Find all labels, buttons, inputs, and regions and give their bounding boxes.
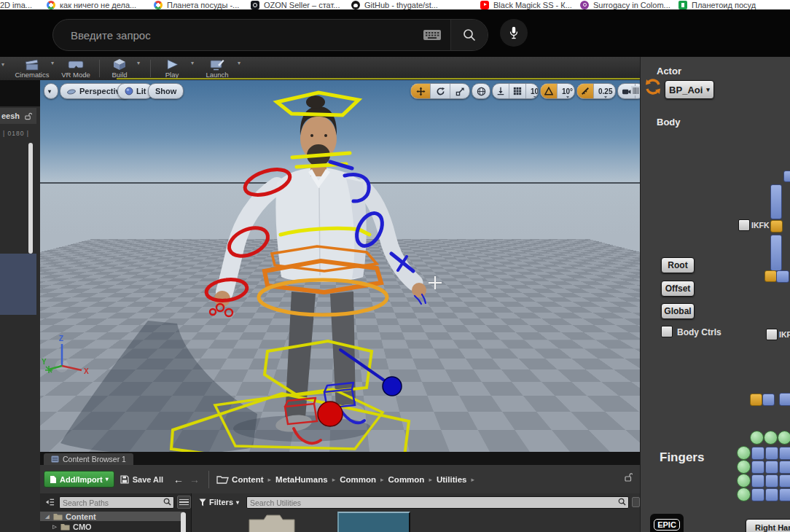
left-panel-selected-rows[interactable] bbox=[0, 254, 36, 315]
toolbar-build-button[interactable]: Build ▾ bbox=[96, 58, 143, 79]
search-assets-input[interactable] bbox=[246, 496, 629, 509]
finger-ctrl-circle[interactable] bbox=[750, 431, 764, 445]
body-picker-arm-ctrl[interactable] bbox=[770, 184, 782, 219]
grid-snap-value[interactable]: 10 bbox=[526, 84, 539, 98]
finger-ctrl-cell[interactable] bbox=[779, 447, 790, 460]
bookmark-item[interactable]: Планетоид посуд bbox=[678, 0, 756, 9]
body-picker-ctrl[interactable] bbox=[783, 171, 790, 182]
scale-tool-button[interactable] bbox=[450, 84, 469, 98]
search-submit-button[interactable] bbox=[450, 20, 488, 50]
finger-ctrl-circle[interactable] bbox=[737, 460, 751, 474]
rotation-snap-toggle[interactable] bbox=[541, 84, 558, 98]
search-field[interactable] bbox=[52, 19, 488, 51]
ue-3d-viewport[interactable]: Z X Y bbox=[40, 80, 640, 452]
finger-ctrl-cell[interactable] bbox=[751, 474, 764, 488]
finger-ctrl-cell[interactable] bbox=[779, 488, 790, 501]
bookmark-item[interactable]: 2D ima... bbox=[0, 0, 32, 9]
finger-ctrl-circle[interactable] bbox=[764, 431, 778, 445]
bookmark-item[interactable]: Планета посуды -... bbox=[154, 0, 239, 9]
tree-expanded-icon[interactable]: ◢ bbox=[44, 514, 50, 520]
caret-down-icon[interactable]: ▾ bbox=[137, 60, 140, 66]
tree-collapsed-icon[interactable]: ▷ bbox=[52, 524, 58, 530]
bookmark-item[interactable]: как ничего не дела... bbox=[47, 0, 136, 9]
lock-icon[interactable] bbox=[624, 472, 633, 482]
surface-snap-button[interactable] bbox=[493, 84, 509, 98]
grid-snap-toggle[interactable] bbox=[509, 84, 526, 98]
viewport-options-button[interactable]: ▾ bbox=[44, 83, 58, 99]
keyboard-icon[interactable] bbox=[423, 28, 442, 42]
left-panel-tab[interactable]: eesh bbox=[0, 108, 36, 124]
sources-toggle-icon[interactable] bbox=[45, 498, 55, 506]
breadcrumb-item[interactable]: Common bbox=[340, 475, 376, 484]
toolbar-cinematics-button[interactable]: Cinematics ▾ bbox=[9, 58, 55, 79]
body-picker-arm-ctrl[interactable] bbox=[770, 235, 782, 271]
back-button[interactable]: ← bbox=[173, 474, 184, 485]
body-picker-foot-ctrl[interactable] bbox=[750, 394, 762, 406]
tree-item-cmo[interactable]: ▷ CMO bbox=[40, 522, 192, 531]
caret-down-icon[interactable]: ▾ bbox=[238, 60, 240, 66]
toolbar-play-button[interactable]: Play ▾ bbox=[149, 58, 195, 79]
asset-folder-icon[interactable] bbox=[248, 514, 296, 532]
offset-button[interactable]: Offset bbox=[661, 281, 695, 297]
global-button[interactable]: Global bbox=[661, 303, 695, 319]
refresh-actor-icon[interactable] bbox=[644, 77, 662, 96]
finger-ctrl-circle[interactable] bbox=[778, 431, 790, 445]
asset-thumbnail[interactable] bbox=[337, 512, 410, 532]
search-paths-input[interactable] bbox=[59, 496, 174, 509]
finger-ctrl-cell[interactable] bbox=[751, 461, 764, 474]
ikfk-arm-checkbox[interactable] bbox=[738, 219, 750, 231]
bookmark-item[interactable]: OZON Seller – стат... bbox=[251, 0, 340, 9]
add-import-button[interactable]: Add/Import ▾ bbox=[44, 471, 114, 488]
finger-ctrl-cell[interactable] bbox=[765, 488, 778, 501]
finger-ctrl-cell[interactable] bbox=[765, 461, 778, 474]
forward-button[interactable]: → bbox=[189, 474, 200, 485]
finger-ctrl-cell[interactable] bbox=[765, 474, 778, 488]
finger-ctrl-cell[interactable] bbox=[765, 447, 778, 460]
finger-ctrl-cell[interactable] bbox=[751, 447, 764, 460]
viewport-3d-scene[interactable]: Z X Y bbox=[40, 80, 640, 452]
finger-ctrl-circle[interactable] bbox=[737, 474, 751, 488]
actor-select-dropdown[interactable]: BP_Aoi ▾ bbox=[665, 80, 714, 99]
right-hand-button[interactable]: Right Han bbox=[746, 519, 790, 532]
body-picker-foot-ctrl[interactable] bbox=[779, 393, 790, 406]
body-picker-foot-ctrl[interactable] bbox=[762, 394, 775, 406]
scale-snap-value[interactable]: 0.25 bbox=[594, 84, 616, 98]
breadcrumb-item[interactable]: Utilities bbox=[437, 475, 467, 484]
finger-ctrl-circle[interactable] bbox=[737, 488, 751, 501]
ikfk-leg-checkbox[interactable] bbox=[766, 329, 778, 340]
filters-button[interactable]: Filters ▾ bbox=[199, 498, 239, 506]
finger-ctrl-cell[interactable] bbox=[779, 461, 790, 474]
toolbar-launch-button[interactable]: Launch ▾ bbox=[194, 58, 240, 79]
bookmark-item[interactable]: Surrogacy in Colom... bbox=[580, 0, 670, 9]
world-space-button[interactable] bbox=[472, 84, 490, 98]
move-tool-button[interactable] bbox=[411, 84, 431, 98]
body-ctrls-checkbox[interactable] bbox=[661, 326, 673, 337]
tree-item-content[interactable]: ◢ Content bbox=[40, 512, 184, 521]
voice-search-button[interactable] bbox=[500, 19, 528, 47]
viewport-show-button[interactable]: Show bbox=[148, 83, 184, 99]
toolbar-vr-mode-button[interactable]: VR Mode bbox=[52, 58, 99, 79]
finger-ctrl-circle[interactable] bbox=[737, 446, 751, 460]
breadcrumb-item[interactable]: Common bbox=[388, 475, 425, 484]
finger-ctrl-cell[interactable] bbox=[779, 474, 790, 488]
body-picker-hand-ctrl[interactable] bbox=[764, 270, 777, 282]
scale-snap-toggle[interactable] bbox=[577, 84, 594, 98]
save-search-icon[interactable] bbox=[632, 497, 640, 507]
breadcrumb-item[interactable]: Content bbox=[232, 475, 263, 484]
breadcrumb-item[interactable]: MetaHumans bbox=[275, 475, 328, 484]
body-picker-elbow-ctrl[interactable] bbox=[770, 220, 783, 232]
caret-down-icon[interactable]: ▾ bbox=[1, 61, 4, 68]
finger-ctrl-cell[interactable] bbox=[751, 488, 764, 501]
content-browser-tab[interactable]: Content Browser 1 bbox=[44, 453, 133, 465]
search-input[interactable] bbox=[53, 28, 423, 42]
rotate-tool-button[interactable] bbox=[431, 84, 450, 98]
bookmark-item[interactable]: GitHub - thygate/st... bbox=[351, 0, 438, 9]
root-button[interactable]: Root bbox=[661, 257, 695, 273]
body-picker-hand-ctrl[interactable] bbox=[776, 270, 789, 283]
rotation-snap-value[interactable]: 10° bbox=[558, 84, 575, 98]
bookmark-item[interactable]: Black Magick SS - К... bbox=[480, 0, 572, 9]
left-panel-scrollbar[interactable] bbox=[28, 143, 33, 254]
save-all-button[interactable]: Save All bbox=[120, 475, 163, 484]
view-options-icon[interactable] bbox=[177, 496, 191, 509]
tree-scrollbar[interactable] bbox=[181, 512, 186, 532]
